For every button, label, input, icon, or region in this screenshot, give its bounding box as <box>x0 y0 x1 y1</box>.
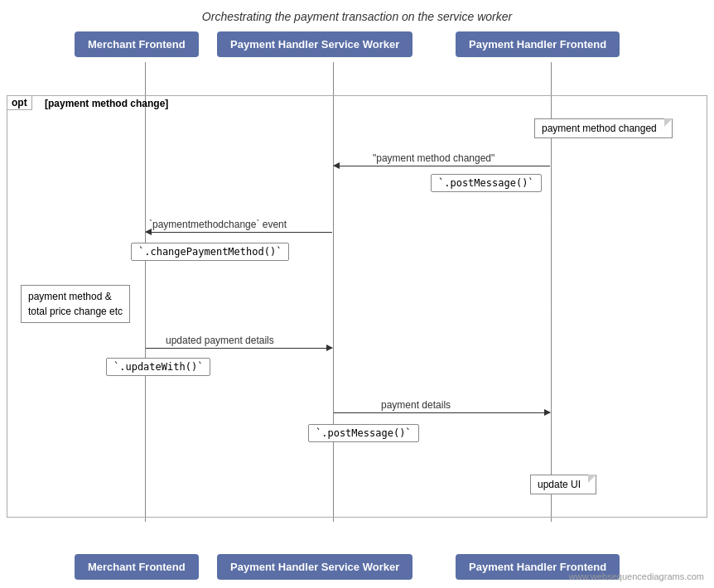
arrow-payment-details <box>334 412 550 413</box>
actor-merchant-top: Merchant Frontend <box>75 31 199 57</box>
actor-serviceworker-bottom: Payment Handler Service Worker <box>217 554 412 580</box>
opt-condition: [payment method change] <box>45 98 168 109</box>
method-changepaymentmethod: `.changePaymentMethod()` <box>131 243 289 261</box>
arrow-paymentmethodchange <box>146 232 332 233</box>
method-updatewith: `.updateWith()` <box>106 358 210 376</box>
note-payment-method-changed: payment method changed <box>534 118 673 138</box>
diagram-title: Orchestrating the payment transaction on… <box>0 0 714 23</box>
actor-frontend-top: Payment Handler Frontend <box>456 31 620 57</box>
label-updated-payment-details: updated payment details <box>166 335 274 346</box>
method-postmessage-2: `.postMessage()` <box>308 424 419 442</box>
label-payment-method-changed: "payment method changed" <box>373 152 494 164</box>
opt-label: opt <box>7 95 32 110</box>
actor-serviceworker-top: Payment Handler Service Worker <box>217 31 412 57</box>
diagram: Orchestrating the payment transaction on… <box>0 0 714 588</box>
label-payment-details: payment details <box>381 399 451 411</box>
note-update-ui: update UI <box>530 475 596 494</box>
watermark: www.websequencediagrams.com <box>569 571 704 581</box>
arrow-payment-method-changed <box>334 166 550 166</box>
actor-merchant-bottom: Merchant Frontend <box>75 554 199 580</box>
method-postmessage-1: `.postMessage()` <box>431 174 542 192</box>
note-payment-method-total: payment method &total price change etc <box>21 285 130 323</box>
arrow-updated-payment-details <box>146 348 332 349</box>
label-paymentmethodchange: `paymentmethodchange` event <box>149 219 287 230</box>
